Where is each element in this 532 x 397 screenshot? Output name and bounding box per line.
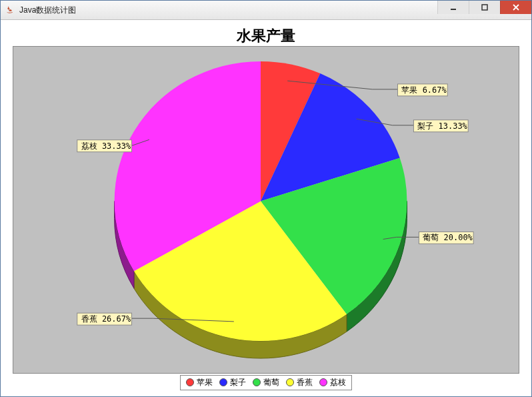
legend-item: 荔枝	[319, 377, 346, 388]
legend-swatch	[186, 378, 194, 386]
pie-label: 香蕉 26.67%	[81, 314, 131, 324]
legend-item: 葡萄	[253, 377, 279, 388]
legend-label: 荔枝	[330, 377, 346, 388]
legend-label: 梨子	[230, 377, 246, 388]
legend: 苹果梨子葡萄香蕉荔枝	[180, 375, 352, 390]
legend-item: 苹果	[186, 377, 213, 388]
legend-area: 苹果梨子葡萄香蕉荔枝	[6, 375, 526, 390]
legend-swatch	[286, 378, 294, 386]
titlebar[interactable]: Java数据统计图	[1, 1, 531, 20]
pie-label: 葡萄 20.00%	[423, 233, 473, 242]
legend-item: 梨子	[219, 377, 246, 388]
pie-label: 苹果 6.67%	[401, 85, 447, 95]
maximize-button[interactable]	[469, 1, 500, 14]
minimize-button[interactable]	[437, 1, 469, 14]
java-icon	[5, 5, 15, 15]
svg-rect-1	[482, 5, 487, 10]
svg-rect-0	[451, 9, 456, 10]
legend-swatch	[219, 378, 227, 386]
window-controls	[437, 1, 531, 14]
window-title: Java数据统计图	[19, 5, 76, 16]
plot-area: 苹果 6.67%梨子 13.33%葡萄 20.00%香蕉 26.67%荔枝 33…	[13, 46, 519, 374]
close-button[interactable]	[500, 1, 531, 14]
legend-label: 葡萄	[263, 377, 279, 388]
pie-label: 梨子 13.33%	[417, 121, 467, 131]
legend-swatch	[319, 378, 327, 386]
pie-chart: 苹果 6.67%梨子 13.33%葡萄 20.00%香蕉 26.67%荔枝 33…	[13, 47, 519, 373]
content-pane: 水果产量 苹果 6.67%梨子 13.33%葡萄 20.00%香蕉 26.67%…	[6, 23, 526, 391]
pie-label: 荔枝 33.33%	[81, 141, 131, 151]
app-window: Java数据统计图 水果产量 苹果 6.67%梨子 13.33%葡萄 20.00…	[0, 0, 532, 397]
legend-label: 香蕉	[297, 377, 313, 388]
legend-swatch	[253, 378, 261, 386]
legend-label: 苹果	[197, 377, 213, 388]
legend-item: 香蕉	[286, 377, 313, 388]
chart-title: 水果产量	[6, 23, 526, 47]
